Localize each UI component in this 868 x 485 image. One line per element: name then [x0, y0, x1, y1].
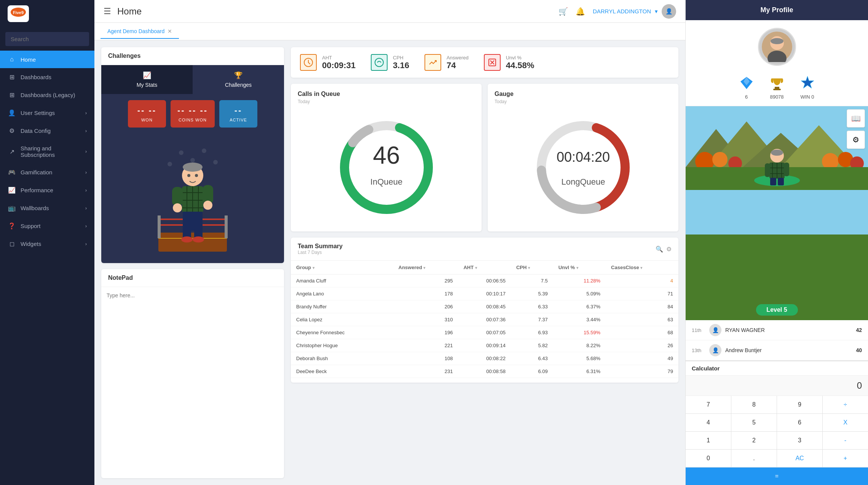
bell-icon[interactable]: 🔔 [576, 7, 585, 16]
lb-rank-1: 11th [692, 327, 705, 333]
unvl-icon [484, 54, 501, 71]
sidebar-item-dashboards[interactable]: ⊞ Dashboards [0, 68, 94, 86]
sidebar-item-user-settings[interactable]: 👤 User Settings › [0, 104, 94, 122]
search-icon[interactable]: 🔍 [656, 246, 663, 253]
aht-value: 00:09:31 [322, 61, 356, 70]
answered-value: 74 [447, 61, 469, 70]
cart-icon[interactable]: 🛒 [558, 7, 568, 16]
col-cases[interactable]: CasesClose ▾ [606, 261, 678, 274]
cell-aht: 00:06:55 [458, 274, 511, 287]
cell-answered: 178 [393, 287, 458, 300]
search-input[interactable] [5, 32, 89, 46]
table-row: DeeDee Beck 231 00:08:58 6.09 6.31% 79 [291, 365, 678, 378]
leaderboard-row-2: 13th 👤 Andrew Buntjer 40 [686, 340, 868, 361]
main-area: ☰ Home 🛒 🔔 DARRYL ADDINGTON ▾ 👤 Agent De… [94, 0, 685, 485]
sidebar-item-label: Performance [21, 187, 85, 193]
cell-unvl: 15.59% [553, 326, 606, 339]
charts-row: Calls in Queue Today 46 In [291, 84, 678, 231]
chevron-right-icon: › [85, 206, 87, 211]
calc-btn-0[interactable]: 0 [686, 450, 731, 467]
svg-rect-83 [778, 178, 784, 185]
challenges-tab[interactable]: 🏆 Challenges [193, 65, 284, 94]
sidebar-item-home[interactable]: ⌂ Home [0, 51, 94, 68]
left-column: Challenges 📈 My Stats 🏆 Challenges [101, 47, 284, 478]
answered-icon [424, 54, 441, 71]
col-aht[interactable]: AHT ▾ [458, 261, 511, 274]
tab-agent-demo[interactable]: Agent Demo Dashboard ✕ [101, 24, 179, 39]
col-cph[interactable]: CPH ▾ [511, 261, 553, 274]
calc-btn-2[interactable]: 2 [731, 432, 777, 449]
cell-cph: 5.39 [511, 287, 553, 300]
sidebar-item-label: Dashboards (Legacy) [21, 92, 87, 98]
calls-title: Calls in Queue [298, 91, 475, 97]
cell-unvl: 5.68% [553, 352, 606, 365]
svg-point-13 [213, 160, 218, 164]
calc-btn-.[interactable]: . [731, 450, 777, 467]
calc-btn-5[interactable]: 5 [731, 414, 777, 431]
cell-group: Deborah Bush [291, 352, 393, 365]
right-panel: My Profile 6 [685, 0, 868, 485]
page-title: Home [117, 6, 558, 17]
chevron-right-icon: › [85, 188, 87, 193]
calc-btn-9[interactable]: 9 [777, 396, 822, 413]
my-stats-tab[interactable]: 📈 My Stats [101, 65, 193, 94]
sidebar-item-dashboards-legacy[interactable]: ⊞ Dashboards (Legacy) [0, 86, 94, 104]
cell-cases: 49 [606, 352, 678, 365]
cell-cases: 71 [606, 287, 678, 300]
user-menu[interactable]: DARRYL ADDINGTON ▾ 👤 [593, 4, 676, 19]
dashboards-icon: ⊞ [8, 73, 16, 81]
avatar-area [101, 134, 284, 263]
calc-btn-3[interactable]: 3 [777, 432, 822, 449]
gauge-title: Gauge [495, 91, 672, 97]
calls-donut: 46 InQueue [298, 110, 475, 225]
calc-btn-6[interactable]: 6 [777, 414, 822, 431]
user-settings-icon: 👤 [8, 109, 16, 116]
calc-btn-4[interactable]: 4 [686, 414, 731, 431]
dashboards-legacy-icon: ⊞ [8, 91, 16, 99]
sidebar-item-sharing[interactable]: ↗ Sharing and Subscriptions › [0, 140, 94, 163]
col-unvl[interactable]: Unvl % ▾ [553, 261, 606, 274]
calc-btn-÷[interactable]: ÷ [823, 396, 868, 413]
sidebar-item-gamification[interactable]: 🎮 Gamification › [0, 163, 94, 181]
svg-text:46: 46 [373, 142, 400, 169]
calculator-grid: 789÷456X123-0.AC+= [686, 396, 868, 485]
tab-close-icon[interactable]: ✕ [168, 28, 172, 34]
calc-btn-+[interactable]: + [823, 450, 868, 467]
menu-icon[interactable]: ☰ [104, 6, 111, 16]
svg-point-32 [181, 236, 193, 242]
cell-aht: 00:07:36 [458, 313, 511, 326]
lb-name-2: Andrew Buntjer [725, 347, 852, 353]
calc-btn-7[interactable]: 7 [686, 396, 731, 413]
sharing-icon: ↗ [8, 148, 16, 155]
settings-icon[interactable]: ⚙ [666, 246, 672, 253]
sidebar-item-widgets[interactable]: ◻ Widgets › [0, 235, 94, 253]
cell-answered: 310 [393, 313, 458, 326]
sidebar-item-data-config[interactable]: ⚙ Data Config › [0, 122, 94, 140]
gear-icon-btn[interactable]: ⚙ [847, 131, 865, 149]
game-background [686, 106, 868, 190]
calc-btn-1[interactable]: 1 [686, 432, 731, 449]
sidebar-item-wallboards[interactable]: 📺 Wallboards › [0, 199, 94, 217]
calc-btn-AC[interactable]: AC [777, 450, 822, 467]
stats-row: AHT 00:09:31 CPH 3.16 [291, 47, 678, 78]
cell-unvl: 6.31% [553, 365, 606, 378]
notepad-input[interactable] [101, 287, 284, 363]
col-group[interactable]: Group ▾ [291, 261, 393, 274]
logo-area: Five9 [0, 0, 94, 27]
sidebar-item-support[interactable]: ❓ Support › [0, 217, 94, 235]
team-header-left: Team Summary Last 7 Days [298, 243, 343, 255]
calc-btn-X[interactable]: X [823, 414, 868, 431]
calc-btn--[interactable]: - [823, 432, 868, 449]
sidebar-item-performance[interactable]: 📈 Performance › [0, 181, 94, 199]
cell-unvl: 3.44% [553, 313, 606, 326]
badge-trophy: 89078 [767, 73, 787, 100]
gamification-icon: 🎮 [8, 169, 16, 176]
col-answered[interactable]: Answered ▾ [393, 261, 458, 274]
svg-rect-81 [784, 163, 789, 176]
cell-cph: 5.82 [511, 339, 553, 352]
book-icon-btn[interactable]: 📖 [847, 109, 865, 128]
search-area[interactable] [0, 27, 94, 51]
calc-btn-=[interactable]: = [686, 467, 868, 485]
calc-btn-8[interactable]: 8 [731, 396, 777, 413]
notepad-title: NotePad [101, 269, 284, 287]
